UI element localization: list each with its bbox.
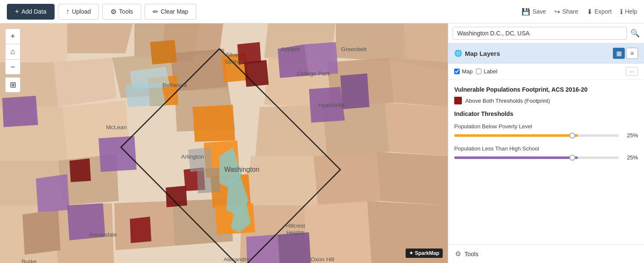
list-view-button[interactable]: ≡ xyxy=(626,48,638,59)
threshold-poverty-label: Population Below Poverty Level xyxy=(454,123,638,130)
map-controls: + ⌂ − ⊞ xyxy=(5,29,20,95)
export-button[interactable]: ⬇ Export xyxy=(587,8,612,16)
pencil-icon: ✏ xyxy=(153,8,158,16)
svg-text:Hyattsville: Hyattsville xyxy=(318,102,345,108)
svg-marker-22 xyxy=(247,156,318,205)
home-button[interactable]: ⌂ xyxy=(5,44,20,59)
layers-header: 🌐 Map Layers ▦ ≡ xyxy=(448,43,644,64)
upload-icon: ↑ xyxy=(66,8,70,15)
svg-marker-21 xyxy=(385,102,448,156)
upload-button[interactable]: ↑ Upload xyxy=(58,4,99,20)
threshold-poverty-thumb[interactable] xyxy=(569,133,575,139)
toolbar: + Add Data ↑ Upload ⚙ Tools ✏ Clear Map … xyxy=(0,0,644,23)
list-view-icon: ≡ xyxy=(630,50,634,57)
label-checkbox[interactable] xyxy=(476,69,482,74)
tools-button[interactable]: ⚙ Tools xyxy=(102,4,141,20)
search-button[interactable]: 🔍 xyxy=(630,29,640,38)
zoom-in-button[interactable]: + xyxy=(5,29,20,44)
add-data-button[interactable]: + Add Data xyxy=(7,4,55,20)
tools-footer[interactable]: ⚙ Tools xyxy=(448,244,644,263)
svg-marker-33 xyxy=(23,210,61,254)
svg-marker-38 xyxy=(36,174,70,212)
threshold-highschool-thumb[interactable] xyxy=(569,155,575,161)
map-svg: Silver Spring Adelphi Greenbelt Bethesda… xyxy=(0,23,448,263)
threshold-poverty-value: 25% xyxy=(623,132,638,139)
threshold-highschool-label: Population Less Than High School xyxy=(454,145,638,152)
clear-map-button[interactable]: ✏ Clear Map xyxy=(145,4,197,20)
threshold-highschool-fill xyxy=(454,156,578,159)
layers-view-toggle: ▦ ≡ xyxy=(613,48,638,59)
add-icon: + xyxy=(15,8,19,15)
svg-marker-2 xyxy=(67,23,135,53)
svg-text:Greenbelt: Greenbelt xyxy=(341,46,367,52)
sparkmap-watermark: ✦ SparkMap xyxy=(406,249,443,258)
search-icon: 🔍 xyxy=(630,29,640,38)
legend-item: Above Both Thresholds (Footprint) xyxy=(454,97,638,104)
layer-menu-button[interactable]: ··· xyxy=(626,67,638,76)
svg-text:College Park: College Park xyxy=(297,70,330,77)
svg-text:McLean: McLean xyxy=(106,124,127,130)
sidebar: 🔍 🌐 Map Layers ▦ ≡ Map xyxy=(448,23,644,263)
map-checkbox[interactable] xyxy=(454,69,460,74)
threshold-poverty: Population Below Poverty Level 25% xyxy=(454,123,638,139)
basemap-button[interactable]: ⊞ xyxy=(5,77,20,92)
thresholds-title: Indicator Thresholds xyxy=(454,110,638,117)
svg-marker-44 xyxy=(193,105,235,142)
export-icon: ⬇ xyxy=(587,8,592,16)
threshold-poverty-slider-row: 25% xyxy=(454,132,638,139)
threshold-highschool: Population Less Than High School 25% xyxy=(454,145,638,161)
tools-footer-gear-icon: ⚙ xyxy=(455,250,461,258)
layer-controls: Map Label ··· xyxy=(448,64,644,80)
svg-text:Arlington: Arlington xyxy=(181,153,204,160)
zoom-out-button[interactable]: − xyxy=(5,59,20,75)
svg-marker-24 xyxy=(376,152,448,205)
toolbar-right: 💾 Save ↪ Share ⬇ Export ℹ Help xyxy=(522,8,637,16)
svg-marker-26 xyxy=(305,201,372,263)
layers-content: Vulnerable Populations Footprint, ACS 20… xyxy=(448,80,644,244)
threshold-highschool-slider-row: 25% xyxy=(454,154,638,161)
svg-text:Annandale: Annandale xyxy=(89,231,117,238)
svg-text:Alexandria: Alexandria xyxy=(223,256,251,263)
globe-icon: 🌐 xyxy=(454,49,462,57)
help-button[interactable]: ℹ Help xyxy=(620,8,637,16)
svg-marker-63 xyxy=(125,82,166,107)
save-icon: 💾 xyxy=(522,8,530,16)
threshold-poverty-track[interactable] xyxy=(454,134,619,137)
legend-swatch xyxy=(454,97,462,104)
svg-marker-37 xyxy=(340,73,369,109)
save-button[interactable]: 💾 Save xyxy=(522,8,546,16)
label-checkbox-label[interactable]: Label xyxy=(476,68,497,75)
layer-name: Vulnerable Populations Footprint, ACS 20… xyxy=(454,86,638,93)
svg-text:Heights: Heights xyxy=(287,230,305,236)
grid-view-button[interactable]: ▦ xyxy=(613,48,625,59)
map-area[interactable]: Silver Spring Adelphi Greenbelt Bethesda… xyxy=(0,23,448,263)
svg-marker-43 xyxy=(2,96,38,127)
svg-marker-58 xyxy=(197,168,220,194)
main-area: Silver Spring Adelphi Greenbelt Bethesda… xyxy=(0,23,644,263)
threshold-highschool-value: 25% xyxy=(623,154,638,161)
info-icon: ℹ xyxy=(620,8,623,16)
svg-marker-14 xyxy=(336,23,408,62)
share-icon: ↪ xyxy=(554,8,560,16)
svg-marker-23 xyxy=(313,152,381,205)
share-button[interactable]: ↪ Share xyxy=(554,8,578,16)
search-input[interactable] xyxy=(453,27,627,40)
svg-marker-49 xyxy=(150,40,177,64)
svg-text:Silver: Silver xyxy=(226,52,241,58)
svg-marker-52 xyxy=(244,60,269,87)
map-checkbox-label[interactable]: Map xyxy=(454,68,473,75)
tools-icon: ⚙ xyxy=(110,8,116,16)
legend-label: Above Both Thresholds (Footprint) xyxy=(465,98,550,104)
svg-text:Washington: Washington xyxy=(224,166,260,173)
search-bar: 🔍 xyxy=(448,23,644,43)
svg-marker-55 xyxy=(130,217,151,243)
threshold-highschool-track[interactable] xyxy=(454,156,619,159)
svg-text:Spring: Spring xyxy=(224,58,241,65)
svg-text:Bethesda: Bethesda xyxy=(162,82,187,88)
zoom-controls: + ⌂ − xyxy=(5,29,20,75)
svg-marker-41 xyxy=(278,232,311,263)
grid-view-icon: ▦ xyxy=(616,50,622,57)
svg-text:Adelphi: Adelphi xyxy=(281,46,300,52)
tools-footer-label: Tools xyxy=(464,251,479,257)
svg-text:Hillcrest: Hillcrest xyxy=(286,223,305,229)
